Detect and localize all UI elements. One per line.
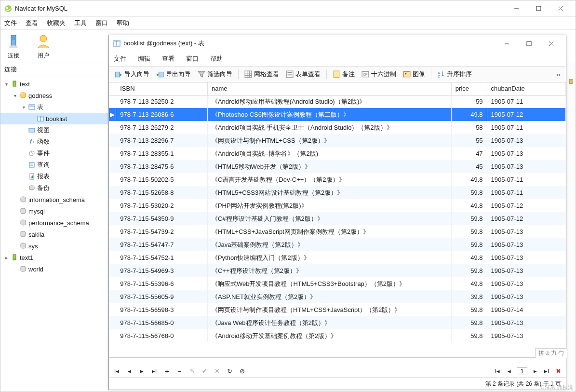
table-row[interactable]: 978-7-113-26279-2《Android项目实战-手机安全卫士（And… bbox=[109, 121, 566, 134]
cell[interactable]: 《Photoshop CS6图像设计案例教程（第二版）》 bbox=[207, 108, 451, 121]
nav-next-button[interactable]: ▸ bbox=[138, 367, 146, 375]
table-row[interactable]: ▶978-7-113-26086-6《Photoshop CS6图像设计案例教程… bbox=[109, 108, 566, 121]
cell[interactable]: 978-7-115-56598-3 bbox=[116, 303, 208, 316]
tree-db-performance-schema[interactable]: performance_schema bbox=[0, 217, 108, 229]
tree-table-booklist[interactable]: booklist bbox=[0, 113, 108, 124]
sub-menu-view[interactable]: 查看 bbox=[162, 54, 174, 63]
table-row[interactable]: 978-7-115-54969-3《C++程序设计教程（第2版）》59.8190… bbox=[109, 264, 566, 277]
main-titlebar[interactable]: Navicat for MySQL bbox=[0, 0, 576, 17]
cell[interactable]: 1905-07-13 bbox=[487, 316, 565, 329]
table-row[interactable]: 978-7-113-28475-6《HTML5移动Web开发（第2版）》4519… bbox=[109, 160, 566, 173]
tree-item-reports[interactable]: 报表 bbox=[0, 171, 108, 182]
chevron-right-icon[interactable]: ▸ bbox=[2, 255, 10, 260]
table-row[interactable]: 978-7-115-55396-6《响应式Web开发项目教程（HTML5+CSS… bbox=[109, 277, 566, 290]
col-header-isbn[interactable]: ISBN bbox=[116, 82, 208, 95]
sub-menu-file[interactable]: 文件 bbox=[114, 54, 126, 63]
page-input[interactable] bbox=[517, 367, 527, 375]
nav-stop-button[interactable]: ⊘ bbox=[238, 367, 246, 375]
toolbar-connection[interactable]: 连接 bbox=[5, 33, 22, 60]
cell[interactable]: 1905-07-11 bbox=[487, 121, 565, 134]
cell[interactable]: 59.8 bbox=[451, 329, 487, 342]
image-button[interactable]: 图像 bbox=[400, 69, 428, 80]
cell[interactable]: 978-7-115-54739-2 bbox=[116, 225, 208, 238]
chevron-down-icon[interactable]: ▾ bbox=[20, 105, 27, 110]
cell[interactable]: 39.8 bbox=[451, 290, 487, 303]
page-prev-button[interactable]: ◂ bbox=[505, 367, 513, 375]
more-icon[interactable]: » bbox=[557, 71, 560, 78]
cell[interactable]: 978-7-113-28355-1 bbox=[116, 147, 208, 160]
tree-item-events[interactable]: 事件 bbox=[0, 148, 108, 159]
cell[interactable]: 59.8 bbox=[451, 212, 487, 225]
cell[interactable]: 978-7-115-55396-6 bbox=[116, 277, 208, 290]
page-first-button[interactable]: I◂ bbox=[494, 367, 501, 375]
cell[interactable]: 59.8 bbox=[451, 186, 487, 199]
cell[interactable]: 59.8 bbox=[451, 225, 487, 238]
cell[interactable]: 1905-07-14 bbox=[487, 303, 565, 316]
cell[interactable]: 978-7-115-52658-8 bbox=[116, 186, 208, 199]
cell[interactable]: 《Android移动应用基础教程(Android Studio)（第2版)》 bbox=[207, 95, 451, 108]
cell[interactable]: 978-7-115-54969-3 bbox=[116, 264, 208, 277]
cell[interactable]: 1905-07-11 bbox=[487, 95, 565, 108]
form-view-button[interactable]: 表单查看 bbox=[283, 69, 323, 80]
table-row[interactable]: 978-7-113-25250-2《Android移动应用基础教程(Androi… bbox=[109, 95, 566, 108]
menu-window[interactable]: 窗口 bbox=[95, 19, 108, 27]
cell[interactable]: 978-7-115-54752-1 bbox=[116, 251, 208, 264]
tree-db-sakila[interactable]: sakila bbox=[0, 229, 108, 240]
table-row[interactable]: 978-7-113-28355-1《Android项目实战--博学谷》（第2版)… bbox=[109, 147, 566, 160]
sub-titlebar[interactable]: booklist @godness (text) - 表 bbox=[109, 35, 566, 52]
close-button[interactable] bbox=[549, 0, 572, 16]
cell[interactable]: 《网页设计与制作项目教程（HTML+CSS+JavaScript）（第2版）》 bbox=[207, 303, 451, 316]
filter-wizard-button[interactable]: 筛选向导 bbox=[195, 69, 235, 80]
cell[interactable]: 59.8 bbox=[451, 316, 487, 329]
cell[interactable]: 59 bbox=[451, 95, 487, 108]
cell[interactable]: 978-7-115-53020-2 bbox=[116, 199, 208, 212]
cell[interactable]: 978-7-115-54747-7 bbox=[116, 238, 208, 251]
cell[interactable]: 1905-07-13 bbox=[487, 134, 565, 147]
cell[interactable]: 《Python快速编程入门（第2版）》 bbox=[207, 251, 451, 264]
cell[interactable]: 49.8 bbox=[451, 251, 487, 264]
cell[interactable]: 1905-07-13 bbox=[487, 290, 565, 303]
table-row[interactable]: 978-7-115-50202-5《C语言开发基础教程（Dev-C++）（第2版… bbox=[109, 173, 566, 186]
cell[interactable]: 1905-07-11 bbox=[487, 186, 565, 199]
cell[interactable]: 978-7-115-54350-9 bbox=[116, 212, 208, 225]
table-row[interactable]: 978-7-115-52658-8《HTML5+CSS3网站设计基础教程（第2版… bbox=[109, 186, 566, 199]
cell[interactable]: 《Android移动开发基础案例教程（第2版）》 bbox=[207, 329, 451, 342]
col-header-name[interactable]: name bbox=[207, 82, 451, 95]
tree-db-mysql[interactable]: mysql bbox=[0, 205, 108, 217]
sort-asc-button[interactable]: AZ升序排序 bbox=[434, 69, 475, 80]
cell[interactable]: 58 bbox=[451, 121, 487, 134]
menu-view[interactable]: 查看 bbox=[26, 19, 38, 27]
toolbar-user[interactable]: 用户 bbox=[35, 33, 52, 60]
menu-tools[interactable]: 工具 bbox=[74, 19, 87, 27]
nav-refresh-button[interactable]: ↻ bbox=[226, 367, 233, 375]
memo-button[interactable]: 备注 bbox=[330, 69, 358, 80]
table-row[interactable]: 978-7-115-56685-0《Java Web程序设计任务教程（第2版）》… bbox=[109, 316, 566, 329]
cell[interactable]: 《C++程序设计教程（第2版）》 bbox=[207, 264, 451, 277]
cell[interactable]: 1905-07-13 bbox=[487, 329, 565, 342]
cell[interactable]: 1905-07-12 bbox=[487, 199, 565, 212]
cell[interactable]: 《C#程序设计基础入门教程（第2版）》 bbox=[207, 212, 451, 225]
table-row[interactable]: 978-7-115-56768-0《Android移动开发基础案例教程（第2版）… bbox=[109, 329, 566, 342]
col-header-price[interactable]: price bbox=[451, 82, 487, 95]
table-row[interactable]: 978-7-113-28296-7《网页设计与制作HTML+CSS（第2版）》5… bbox=[109, 134, 566, 147]
sub-minimize-button[interactable] bbox=[496, 35, 518, 52]
cell[interactable]: 《Android项目实战--博学谷》（第2版) bbox=[207, 147, 451, 160]
table-row[interactable]: 978-7-115-54752-1《Python快速编程入门（第2版）》49.8… bbox=[109, 251, 566, 264]
nav-cancel-button[interactable]: ✕ bbox=[213, 367, 221, 375]
table-row[interactable]: 978-7-115-54747-7《Java基础案例教程（第2版）》59.819… bbox=[109, 238, 566, 251]
cell[interactable]: 1905-07-13 bbox=[487, 277, 565, 290]
nav-delete-button[interactable]: － bbox=[175, 367, 183, 376]
tree-database[interactable]: ▾ godness bbox=[0, 90, 108, 101]
cell[interactable]: 49.8 bbox=[451, 199, 487, 212]
cell[interactable]: 《响应式Web开发项目教程（HTML5+CSS3+Bootstrap）（第2版）… bbox=[207, 277, 451, 290]
tree-item-views[interactable]: 视图 bbox=[0, 124, 108, 136]
cell[interactable]: 1905-07-13 bbox=[487, 225, 565, 238]
cell[interactable]: 《HTML5移动Web开发（第2版）》 bbox=[207, 160, 451, 173]
import-wizard-button[interactable]: 导入向导 bbox=[112, 69, 152, 80]
grid-scroll-gutter[interactable] bbox=[109, 358, 566, 365]
nav-first-button[interactable]: I◂ bbox=[113, 367, 121, 375]
cell[interactable]: 978-7-113-28296-7 bbox=[116, 134, 208, 147]
cell[interactable]: 1905-07-13 bbox=[487, 264, 565, 277]
cell[interactable]: 1905-07-12 bbox=[487, 108, 565, 121]
sub-maximize-button[interactable] bbox=[518, 35, 540, 52]
